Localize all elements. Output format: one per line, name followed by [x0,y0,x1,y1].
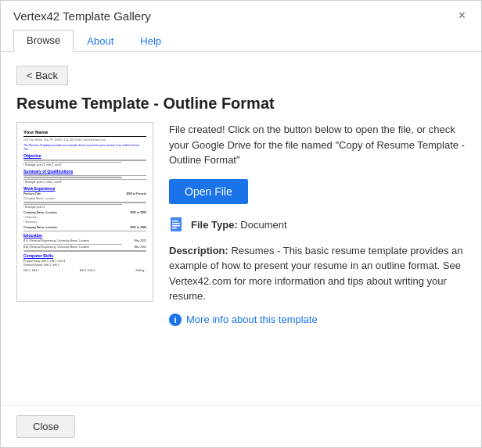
bottom-bar: Close [1,405,481,447]
tab-about[interactable]: About [74,30,127,52]
file-type-row: File Type: Document [169,217,466,234]
tab-bar: Browse About Help [1,29,481,52]
window-close-button[interactable]: × [455,9,469,23]
svg-rect-4 [172,228,177,229]
tab-browse[interactable]: Browse [13,30,74,52]
close-button[interactable]: Close [16,415,75,438]
success-message: File created! Click on the button below … [169,122,466,168]
right-panel: File created! Click on the button below … [169,122,466,326]
info-icon: i [169,314,182,326]
app-title: Vertex42 Template Gallery [13,9,151,23]
template-title: Resume Template - Outline Format [16,95,466,113]
title-bar: Vertex42 Template Gallery × [1,1,481,29]
svg-rect-1 [172,220,178,222]
svg-rect-0 [171,217,182,231]
file-type-label: File Type: Document [191,219,287,231]
open-file-button[interactable]: Open File [169,179,248,204]
template-preview: Your Name 123 Your Street, City, ST 1234… [16,122,153,302]
resume-preview-content: Your Name 123 Your Street, City, ST 1234… [20,126,149,298]
main-content: Your Name 123 Your Street, City, ST 1234… [16,122,466,326]
document-icon [169,217,186,234]
more-info-link[interactable]: i More info about this template [169,314,466,326]
description-text: Description: Resumes - This basic resume… [169,243,466,304]
svg-rect-2 [172,223,180,224]
content-area: < Back Resume Template - Outline Format … [1,52,481,334]
back-button[interactable]: < Back [16,66,68,85]
more-info-label: More info about this template [186,314,318,325]
tab-help[interactable]: Help [127,30,174,52]
svg-rect-3 [172,225,180,227]
